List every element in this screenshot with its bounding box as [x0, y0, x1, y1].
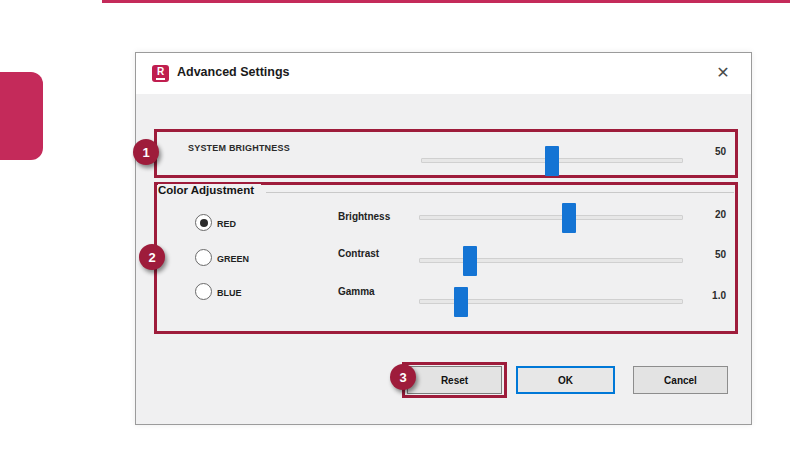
annotation-badge-1: 1 [133, 139, 159, 165]
annotation-box-system-brightness [154, 129, 738, 178]
radio-red[interactable] [195, 214, 212, 231]
dialog-titlebar: R Advanced Settings ✕ [136, 53, 751, 94]
radio-red-label: RED [217, 219, 236, 229]
radio-blue-label: BLUE [217, 288, 242, 298]
annotation-badge-2: 2 [139, 244, 165, 270]
gamma-value: 1.0 [680, 290, 726, 301]
app-logo-letter: R [157, 67, 164, 77]
close-button[interactable]: ✕ [707, 57, 739, 89]
cancel-button[interactable]: Cancel [633, 366, 728, 394]
app-logo-underbar [156, 78, 165, 80]
color-adjustment-group-title: Color Adjustment [158, 184, 261, 196]
contrast-slider-thumb[interactable] [463, 246, 477, 276]
ok-button[interactable]: OK [516, 366, 615, 394]
gamma-label: Gamma [338, 286, 375, 297]
color-adjustment-group-border [266, 192, 734, 193]
close-icon: ✕ [716, 65, 729, 81]
gamma-slider-thumb[interactable] [454, 287, 468, 317]
radio-green[interactable] [195, 249, 212, 266]
radio-red-dot [200, 219, 208, 227]
page: R Advanced Settings ✕ SYSTEM BRIGHTNESS … [0, 0, 790, 450]
side-accent-tab [0, 72, 43, 160]
dialog-title: Advanced Settings [177, 65, 290, 79]
system-brightness-slider-thumb[interactable] [545, 146, 559, 176]
brightness-slider-thumb[interactable] [562, 203, 576, 233]
contrast-slider-track[interactable] [419, 258, 683, 263]
system-brightness-value: 50 [680, 146, 726, 157]
system-brightness-label: SYSTEM BRIGHTNESS [188, 143, 290, 153]
top-accent-line [102, 0, 790, 3]
annotation-badge-3: 3 [390, 364, 416, 390]
brightness-label: Brightness [338, 211, 390, 222]
brightness-value: 20 [680, 209, 726, 220]
app-logo-icon: R [152, 65, 169, 82]
brightness-slider-track[interactable] [419, 215, 683, 220]
contrast-value: 50 [680, 249, 726, 260]
reset-button[interactable]: Reset [407, 366, 502, 394]
contrast-label: Contrast [338, 248, 379, 259]
radio-blue[interactable] [195, 283, 212, 300]
advanced-settings-dialog: R Advanced Settings ✕ SYSTEM BRIGHTNESS … [135, 52, 752, 425]
system-brightness-slider-track[interactable] [421, 158, 683, 163]
radio-green-label: GREEN [217, 254, 249, 264]
gamma-slider-track[interactable] [419, 299, 683, 304]
